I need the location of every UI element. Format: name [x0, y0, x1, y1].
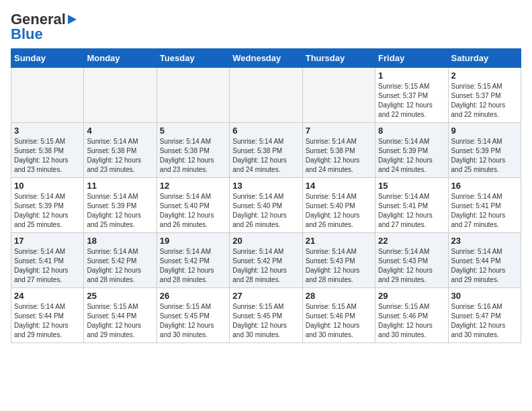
cell-info: Sunrise: 5:14 AMSunset: 5:40 PMDaylight:… — [160, 192, 226, 230]
calendar-week-row: 17Sunrise: 5:14 AMSunset: 5:41 PMDayligh… — [11, 233, 521, 288]
calendar-cell — [302, 68, 375, 123]
calendar-cell — [11, 68, 84, 123]
header: General Blue — [11, 11, 521, 43]
calendar-header-row: SundayMondayTuesdayWednesdayThursdayFrid… — [11, 49, 521, 68]
calendar-cell: 26Sunrise: 5:15 AMSunset: 5:45 PMDayligh… — [157, 288, 229, 343]
day-number: 30 — [451, 291, 518, 301]
cell-info: Sunrise: 5:14 AMSunset: 5:42 PMDaylight:… — [87, 247, 153, 285]
day-number: 29 — [378, 291, 445, 301]
calendar-cell: 14Sunrise: 5:14 AMSunset: 5:40 PMDayligh… — [302, 178, 375, 233]
day-number: 25 — [87, 291, 153, 301]
calendar-cell: 20Sunrise: 5:14 AMSunset: 5:42 PMDayligh… — [230, 233, 302, 288]
header-saturday: Saturday — [448, 49, 521, 68]
calendar-cell: 1Sunrise: 5:15 AMSunset: 5:37 PMDaylight… — [375, 68, 448, 123]
calendar-cell: 7Sunrise: 5:14 AMSunset: 5:38 PMDaylight… — [302, 123, 375, 178]
calendar-cell: 9Sunrise: 5:14 AMSunset: 5:39 PMDaylight… — [448, 123, 521, 178]
day-number: 3 — [14, 126, 81, 136]
calendar-cell: 10Sunrise: 5:14 AMSunset: 5:39 PMDayligh… — [11, 178, 84, 233]
day-number: 16 — [451, 181, 518, 191]
day-number: 24 — [14, 291, 81, 301]
cell-info: Sunrise: 5:14 AMSunset: 5:39 PMDaylight:… — [378, 137, 445, 175]
day-number: 18 — [87, 236, 153, 246]
day-number: 5 — [160, 126, 226, 136]
cell-info: Sunrise: 5:15 AMSunset: 5:37 PMDaylight:… — [451, 82, 518, 120]
logo: General Blue — [11, 11, 78, 43]
day-number: 14 — [306, 181, 372, 191]
cell-info: Sunrise: 5:15 AMSunset: 5:46 PMDaylight:… — [378, 302, 445, 340]
calendar-cell — [230, 68, 302, 123]
calendar-week-row: 3Sunrise: 5:15 AMSunset: 5:38 PMDaylight… — [11, 123, 521, 178]
calendar-cell: 19Sunrise: 5:14 AMSunset: 5:42 PMDayligh… — [157, 233, 229, 288]
day-number: 8 — [378, 126, 445, 136]
day-number: 19 — [160, 236, 226, 246]
cell-info: Sunrise: 5:14 AMSunset: 5:39 PMDaylight:… — [14, 192, 81, 230]
calendar-cell — [157, 68, 229, 123]
header-sunday: Sunday — [11, 49, 84, 68]
cell-info: Sunrise: 5:14 AMSunset: 5:43 PMDaylight:… — [378, 247, 445, 285]
header-tuesday: Tuesday — [157, 49, 229, 68]
cell-info: Sunrise: 5:15 AMSunset: 5:44 PMDaylight:… — [87, 302, 153, 340]
cell-info: Sunrise: 5:14 AMSunset: 5:44 PMDaylight:… — [451, 247, 518, 285]
calendar-cell: 8Sunrise: 5:14 AMSunset: 5:39 PMDaylight… — [375, 123, 448, 178]
cell-info: Sunrise: 5:14 AMSunset: 5:38 PMDaylight:… — [232, 137, 299, 175]
calendar-week-row: 1Sunrise: 5:15 AMSunset: 5:37 PMDaylight… — [11, 68, 521, 123]
cell-info: Sunrise: 5:14 AMSunset: 5:42 PMDaylight:… — [160, 247, 226, 285]
calendar-cell: 12Sunrise: 5:14 AMSunset: 5:40 PMDayligh… — [157, 178, 229, 233]
calendar-table: SundayMondayTuesdayWednesdayThursdayFrid… — [11, 48, 521, 343]
calendar-cell — [84, 68, 157, 123]
cell-info: Sunrise: 5:14 AMSunset: 5:41 PMDaylight:… — [14, 247, 81, 285]
calendar-cell: 23Sunrise: 5:14 AMSunset: 5:44 PMDayligh… — [448, 233, 521, 288]
calendar-cell: 27Sunrise: 5:15 AMSunset: 5:45 PMDayligh… — [230, 288, 302, 343]
day-number: 6 — [232, 126, 299, 136]
calendar-cell: 15Sunrise: 5:14 AMSunset: 5:41 PMDayligh… — [375, 178, 448, 233]
cell-info: Sunrise: 5:14 AMSunset: 5:40 PMDaylight:… — [232, 192, 299, 230]
cell-info: Sunrise: 5:14 AMSunset: 5:39 PMDaylight:… — [87, 192, 153, 230]
cell-info: Sunrise: 5:14 AMSunset: 5:42 PMDaylight:… — [232, 247, 299, 285]
cell-info: Sunrise: 5:14 AMSunset: 5:43 PMDaylight:… — [306, 247, 372, 285]
day-number: 2 — [451, 71, 518, 81]
calendar-cell: 16Sunrise: 5:14 AMSunset: 5:41 PMDayligh… — [448, 178, 521, 233]
header-monday: Monday — [84, 49, 157, 68]
day-number: 27 — [232, 291, 299, 301]
day-number: 22 — [378, 236, 445, 246]
logo-blue-text: Blue — [11, 26, 43, 43]
calendar-cell: 13Sunrise: 5:14 AMSunset: 5:40 PMDayligh… — [230, 178, 302, 233]
cell-info: Sunrise: 5:14 AMSunset: 5:40 PMDaylight:… — [306, 192, 372, 230]
header-thursday: Thursday — [302, 49, 375, 68]
calendar-week-row: 24Sunrise: 5:14 AMSunset: 5:44 PMDayligh… — [11, 288, 521, 343]
day-number: 1 — [378, 71, 445, 81]
day-number: 9 — [451, 126, 518, 136]
calendar-cell: 28Sunrise: 5:15 AMSunset: 5:46 PMDayligh… — [302, 288, 375, 343]
cell-info: Sunrise: 5:15 AMSunset: 5:46 PMDaylight:… — [306, 302, 372, 340]
calendar-cell: 21Sunrise: 5:14 AMSunset: 5:43 PMDayligh… — [302, 233, 375, 288]
day-number: 20 — [232, 236, 299, 246]
calendar-cell: 2Sunrise: 5:15 AMSunset: 5:37 PMDaylight… — [448, 68, 521, 123]
day-number: 11 — [87, 181, 153, 191]
calendar-cell: 4Sunrise: 5:14 AMSunset: 5:38 PMDaylight… — [84, 123, 157, 178]
calendar-cell: 11Sunrise: 5:14 AMSunset: 5:39 PMDayligh… — [84, 178, 157, 233]
cell-info: Sunrise: 5:14 AMSunset: 5:39 PMDaylight:… — [451, 137, 518, 175]
day-number: 21 — [306, 236, 372, 246]
cell-info: Sunrise: 5:14 AMSunset: 5:44 PMDaylight:… — [14, 302, 81, 340]
day-number: 26 — [160, 291, 226, 301]
cell-info: Sunrise: 5:14 AMSunset: 5:38 PMDaylight:… — [160, 137, 226, 175]
calendar-cell: 25Sunrise: 5:15 AMSunset: 5:44 PMDayligh… — [84, 288, 157, 343]
day-number: 13 — [232, 181, 299, 191]
day-number: 23 — [451, 236, 518, 246]
day-number: 12 — [160, 181, 226, 191]
calendar-cell: 24Sunrise: 5:14 AMSunset: 5:44 PMDayligh… — [11, 288, 84, 343]
cell-info: Sunrise: 5:16 AMSunset: 5:47 PMDaylight:… — [451, 302, 518, 340]
cell-info: Sunrise: 5:14 AMSunset: 5:38 PMDaylight:… — [306, 137, 372, 175]
calendar-cell: 6Sunrise: 5:14 AMSunset: 5:38 PMDaylight… — [230, 123, 302, 178]
day-number: 28 — [306, 291, 372, 301]
calendar-cell: 18Sunrise: 5:14 AMSunset: 5:42 PMDayligh… — [84, 233, 157, 288]
header-wednesday: Wednesday — [230, 49, 302, 68]
cell-info: Sunrise: 5:14 AMSunset: 5:41 PMDaylight:… — [378, 192, 445, 230]
day-number: 17 — [14, 236, 81, 246]
calendar-cell: 5Sunrise: 5:14 AMSunset: 5:38 PMDaylight… — [157, 123, 229, 178]
day-number: 15 — [378, 181, 445, 191]
calendar-cell: 29Sunrise: 5:15 AMSunset: 5:46 PMDayligh… — [375, 288, 448, 343]
calendar-week-row: 10Sunrise: 5:14 AMSunset: 5:39 PMDayligh… — [11, 178, 521, 233]
calendar-cell: 17Sunrise: 5:14 AMSunset: 5:41 PMDayligh… — [11, 233, 84, 288]
header-friday: Friday — [375, 49, 448, 68]
